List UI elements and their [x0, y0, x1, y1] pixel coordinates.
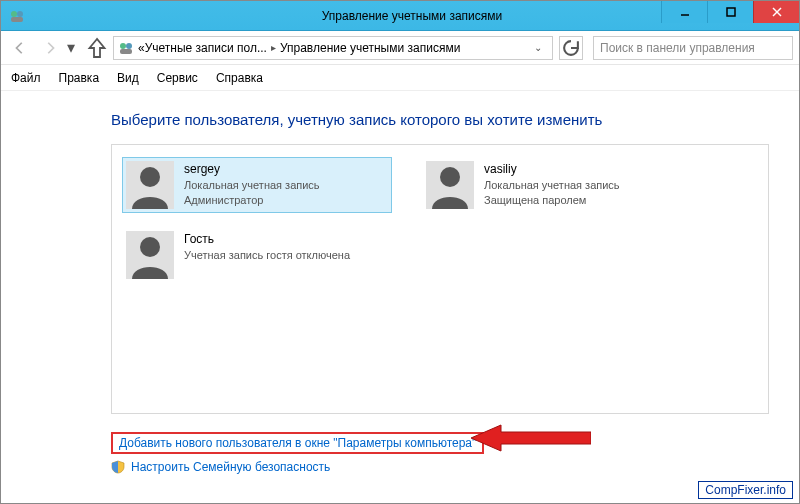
user-meta-line2: Защищена паролем	[484, 193, 620, 208]
page-heading: Выберите пользователя, учетную запись ко…	[111, 111, 769, 128]
menubar: Файл Правка Вид Сервис Справка	[1, 65, 799, 91]
svg-rect-9	[120, 49, 132, 54]
titlebar: Управление учетными записями	[1, 1, 799, 31]
user-meta-line1: Локальная учетная запись	[484, 178, 620, 193]
user-name: vasiliy	[484, 161, 620, 178]
breadcrumb[interactable]: « Учетные записи пол... ▸ Управление уче…	[113, 36, 553, 60]
user-name: Гость	[184, 231, 350, 248]
up-button[interactable]	[85, 36, 109, 60]
svg-rect-2	[11, 17, 23, 22]
family-safety-row: Настроить Семейную безопасность	[111, 460, 799, 474]
menu-file[interactable]: Файл	[11, 71, 41, 85]
history-dropdown[interactable]: ▾	[67, 38, 81, 57]
minimize-button[interactable]	[661, 1, 707, 23]
user-meta-line2: Администратор	[184, 193, 320, 208]
add-user-link[interactable]: Добавить нового пользователя в окне "Пар…	[111, 432, 484, 454]
user-card-sergey[interactable]: sergey Локальная учетная запись Админист…	[122, 157, 392, 213]
svg-point-7	[120, 43, 126, 49]
menu-service[interactable]: Сервис	[157, 71, 198, 85]
user-row: Гость Учетная запись гостя отключена	[122, 227, 758, 283]
close-button[interactable]	[753, 1, 799, 23]
search-input[interactable]: Поиск в панели управления	[593, 36, 793, 60]
user-card-guest[interactable]: Гость Учетная запись гостя отключена	[122, 227, 392, 283]
menu-help[interactable]: Справка	[216, 71, 263, 85]
breadcrumb-icon	[118, 40, 134, 56]
user-info: vasiliy Локальная учетная запись Защищен…	[484, 161, 620, 209]
svg-point-8	[126, 43, 132, 49]
svg-point-10	[140, 167, 160, 187]
menu-view[interactable]: Вид	[117, 71, 139, 85]
user-name: sergey	[184, 161, 320, 178]
footer-brand: CompFixer.info	[698, 481, 793, 499]
user-list-panel: sergey Локальная учетная запись Админист…	[111, 144, 769, 414]
svg-point-12	[140, 237, 160, 257]
svg-point-11	[440, 167, 460, 187]
user-meta-line1: Локальная учетная запись	[184, 178, 320, 193]
breadcrumb-dropdown[interactable]: ⌄	[528, 42, 548, 53]
avatar-icon	[426, 161, 474, 209]
shield-icon	[111, 460, 125, 474]
refresh-button[interactable]	[559, 36, 583, 60]
back-button[interactable]	[7, 35, 33, 61]
avatar-icon	[126, 231, 174, 279]
svg-rect-4	[727, 8, 735, 16]
chevron-right-icon: ▸	[271, 42, 276, 53]
svg-point-0	[11, 11, 17, 17]
titlebar-app-icon	[9, 8, 25, 24]
content-area: Выберите пользователя, учетную запись ко…	[1, 91, 799, 424]
user-row: sergey Локальная учетная запись Админист…	[122, 157, 758, 213]
maximize-button[interactable]	[707, 1, 753, 23]
window-controls	[661, 1, 799, 23]
breadcrumb-part1[interactable]: Учетные записи пол...	[145, 41, 267, 55]
breadcrumb-part2[interactable]: Управление учетными записями	[280, 41, 460, 55]
user-card-vasiliy[interactable]: vasiliy Локальная учетная запись Защищен…	[422, 157, 692, 213]
user-info: Гость Учетная запись гостя отключена	[184, 231, 350, 263]
user-meta-line1: Учетная запись гостя отключена	[184, 248, 350, 263]
avatar-icon	[126, 161, 174, 209]
navbar: ▾ « Учетные записи пол... ▸ Управление у…	[1, 31, 799, 65]
user-info: sergey Локальная учетная запись Админист…	[184, 161, 320, 209]
family-safety-link[interactable]: Настроить Семейную безопасность	[131, 460, 330, 474]
menu-edit[interactable]: Правка	[59, 71, 100, 85]
link-area: Добавить нового пользователя в окне "Пар…	[1, 432, 799, 474]
forward-button[interactable]	[37, 35, 63, 61]
svg-point-1	[17, 11, 23, 17]
breadcrumb-prefix[interactable]: «	[138, 41, 145, 55]
